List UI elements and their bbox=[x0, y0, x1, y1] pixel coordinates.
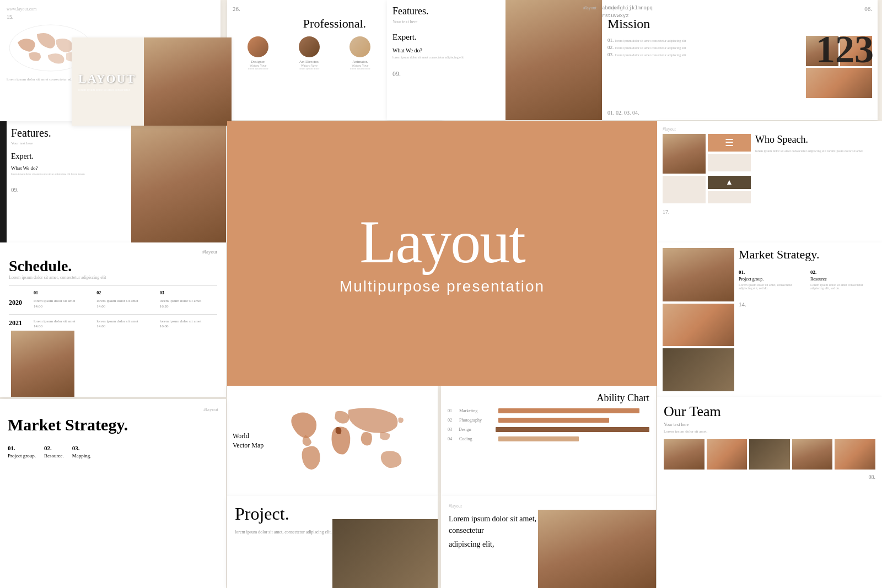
sched-year1: 2020 bbox=[9, 299, 28, 310]
ms-num2: 02. bbox=[810, 269, 876, 275]
prof-desc-1: lorem ipsum dolor bbox=[248, 67, 268, 70]
prof-col-1: Designer. Wataru Yave lorem ipsum dolor bbox=[248, 36, 268, 70]
mission-item-2: 02. lorem ipsum dolor sit amet consectet… bbox=[607, 45, 800, 50]
bot1-n1: 01. bbox=[8, 445, 36, 451]
mission-num-bot: 01. 02. 03. 04. bbox=[607, 110, 639, 116]
feat-mid-lorem: lorem ipsum dolor sit amet consectetur a… bbox=[11, 172, 126, 175]
prof-role-3: Animator. bbox=[349, 60, 370, 64]
team-sub2: Lorem ipsum dolor sit amet, bbox=[664, 429, 875, 434]
bot1-s2: Resource. bbox=[44, 453, 64, 458]
bot1-title: Market Strategy. bbox=[8, 416, 218, 434]
sched-y1-c2: lorem ipsum dolor sit amet14:00 bbox=[96, 299, 154, 310]
sched-col-02: 02 bbox=[96, 290, 154, 295]
bot3-text1: Lorem ipsum dolor sit amet, consectetur bbox=[449, 515, 536, 535]
team-photo-2 bbox=[707, 439, 747, 470]
who-desc: lorem ipsum dolor sit amet consectetur a… bbox=[755, 149, 876, 154]
team-sub: Your text here bbox=[664, 422, 875, 427]
bot1-col-3: 03. Mapping. bbox=[72, 445, 92, 460]
slide-market-strategy: Market Strategy. 01. Project group. Lore… bbox=[657, 242, 882, 397]
mission-num: 06. bbox=[864, 6, 872, 12]
slide-ability-chart: Ability Chart 01 Marketing 02 Photograph… bbox=[441, 386, 656, 496]
bot1-col-1: 01. Project group. bbox=[8, 445, 36, 460]
feat-lorem: lorem ipsum dolor sit amet consectetur a… bbox=[392, 56, 596, 59]
who-tag: #layout bbox=[663, 127, 876, 132]
sched-col-03: 03 bbox=[160, 290, 217, 295]
feat-your-text: Your text here bbox=[392, 19, 596, 24]
feat-mid-expert: Expert. bbox=[11, 152, 220, 161]
mission-item-3: 03. lorem ipsum dolor sit amet consectet… bbox=[607, 52, 800, 57]
sched-sub: Lorem ipsum dolor sit amet, consectetur … bbox=[9, 275, 217, 280]
feat-expert: Expert. bbox=[392, 33, 596, 42]
prof-desc-2: lorem ipsum dolor bbox=[299, 67, 320, 70]
hero-section: Layout Multipurpose presentation bbox=[227, 121, 657, 386]
bot1-s3: Mapping. bbox=[72, 453, 92, 458]
team-num: 08. bbox=[664, 474, 875, 480]
ms-title: Market Strategy. bbox=[739, 248, 876, 261]
prof-col-3: Animator. Wataru Yave lorem ipsum dolor bbox=[349, 36, 370, 70]
ms-sub1: Project group. bbox=[739, 277, 805, 282]
feat-title: Features. bbox=[392, 6, 428, 17]
chart-row-4: 04 Coding bbox=[448, 436, 649, 441]
team-title: Our Team bbox=[664, 403, 875, 420]
chart-title: Ability Chart bbox=[597, 392, 650, 404]
main-container: Layout Multipurpose presentation www.lay… bbox=[0, 0, 882, 588]
slide-page-num: 15. bbox=[7, 14, 214, 20]
slide-features-top: Features. #layout Your text here Expert.… bbox=[387, 0, 602, 120]
sched-tag: #layout bbox=[9, 249, 217, 255]
prof-number: 26. bbox=[233, 6, 240, 12]
ms-desc1: Lorem ipsum dolor sit amet, consectetur … bbox=[739, 283, 805, 290]
feat-mid-yourtext: Your text here bbox=[11, 141, 220, 145]
sched-col-01: 01 bbox=[34, 290, 91, 295]
feat-tag: #layout bbox=[583, 6, 596, 17]
hero-title: Layout bbox=[359, 212, 525, 272]
team-photo-5 bbox=[835, 439, 875, 470]
slide-layout-cover: LAYOUT lorem ipsum dolor sit amet consec… bbox=[72, 37, 232, 126]
sched-y2-c1: lorem ipsum dolor sit amet14:00 bbox=[34, 319, 91, 330]
slide-project: Project. lorem ipsum dolor sit amet, con… bbox=[227, 496, 438, 588]
chart-row-1: 01 Marketing bbox=[448, 408, 649, 413]
bot1-col-2: 02. Resource. bbox=[44, 445, 64, 460]
world-map-svg bbox=[270, 401, 432, 478]
map-label: World Vector Map bbox=[233, 431, 263, 450]
sched-bottom-photo bbox=[11, 331, 74, 397]
sched-year2: 2021 bbox=[9, 319, 28, 330]
ms-num1: 01. bbox=[739, 269, 805, 275]
bot3-tag: #layout bbox=[449, 504, 648, 509]
slide-url-label: www.layout.com bbox=[7, 7, 214, 12]
large-number-display: 123 bbox=[816, 28, 874, 72]
slide-our-team: Our Team Your text here Lorem ipsum dolo… bbox=[657, 397, 882, 588]
slide-who-speach: #layout ☰ ▲ bbox=[657, 121, 882, 242]
team-photo-4 bbox=[792, 439, 833, 470]
sched-y1-c1: lorem ipsum dolor sit amet14:00 bbox=[34, 299, 91, 310]
prof-role-2: Art Director. bbox=[299, 60, 320, 64]
slide-market-strategy-bot: #layout Market Strategy. 01. Project gro… bbox=[0, 399, 226, 588]
feat-num: 09. bbox=[392, 70, 596, 78]
feat-what: What We do? bbox=[392, 47, 596, 53]
ms-desc2: Lorem ipsum dolor sit amet consectetur a… bbox=[810, 283, 876, 290]
ms-sub2: Resource bbox=[810, 277, 876, 282]
chart-row-3: 03 Design bbox=[448, 427, 649, 432]
slide-schedule: #layout Schedule. Lorem ipsum dolor sit … bbox=[0, 242, 226, 397]
alphabet-display: abcdefghijklmnopqrstuvwxyz bbox=[602, 4, 653, 20]
layout-cover-title: LAYOUT bbox=[78, 72, 136, 86]
bot3-text2: adipiscing elit, bbox=[449, 540, 494, 548]
sched-title: Schedule. bbox=[9, 257, 217, 275]
who-num: 17. bbox=[663, 209, 876, 215]
slide-lorem-text: #layout Lorem ipsum dolor sit amet, cons… bbox=[441, 496, 656, 588]
prof-desc-3: lorem ipsum dolor bbox=[349, 67, 370, 70]
bot1-n2: 02. bbox=[44, 445, 64, 451]
feat-mid-num: 09. bbox=[11, 186, 220, 193]
prof-col-2: Art Director. Wataru Yave lorem ipsum do… bbox=[299, 36, 320, 70]
proj-title: Project. bbox=[235, 504, 430, 524]
team-photo-1 bbox=[664, 439, 704, 470]
chart-row-2: 02 Photography bbox=[448, 418, 649, 423]
ms-num-bot: 14. bbox=[739, 301, 876, 308]
team-photo-3 bbox=[749, 439, 790, 470]
bot1-n3: 03. bbox=[72, 445, 92, 451]
sched-y2-c2: lorem ipsum dolor sit amet14:00 bbox=[96, 319, 154, 330]
feat-mid-what: What We do? bbox=[11, 165, 220, 171]
slide-features-mid: Features. Your text here Expert. What We… bbox=[0, 121, 226, 242]
sched-y2-c3: lorem ipsum dolor sit amet16:00 bbox=[160, 319, 217, 330]
sched-y1-c3: lorem ipsum dolor sit amet16:20 bbox=[160, 299, 217, 310]
proj-sub: lorem ipsum dolor sit amet, consectetur … bbox=[235, 530, 430, 535]
